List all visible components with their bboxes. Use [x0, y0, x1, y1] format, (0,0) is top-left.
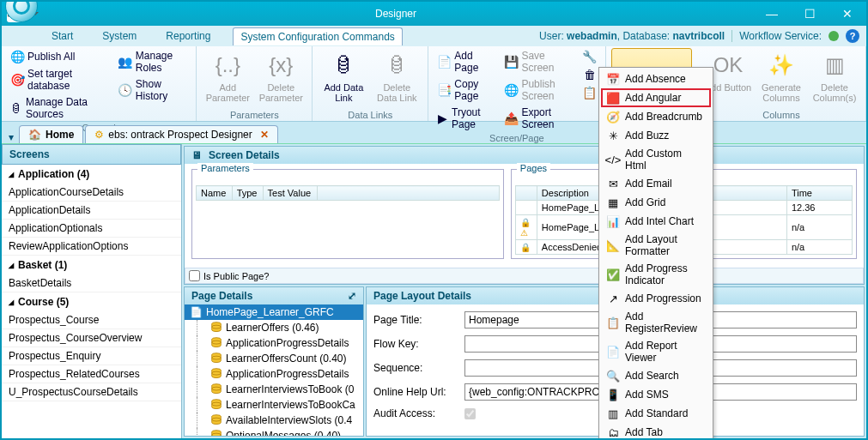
menu-item-add-custom-html[interactable]: </>Add Custom Html — [601, 145, 711, 174]
database-icon — [210, 430, 222, 436]
menu-item-icon: 📅 — [606, 72, 620, 86]
menu-item-add-search[interactable]: 🔍Add Search — [601, 366, 711, 385]
globe-icon: 🌐 — [10, 50, 24, 63]
manage-roles-button[interactable]: 👥Manage Roles — [115, 48, 191, 75]
save-screen-button[interactable]: 💾Save Screen — [501, 48, 577, 75]
parameters-fieldset: Parameters NameTypeTest Value — [191, 169, 504, 259]
tree-item[interactable]: BasketDetails — [2, 274, 181, 292]
tree-item[interactable]: Prospectus_Enquiry — [2, 347, 181, 365]
delete-columns-button[interactable]: ▥Delete Column(s) — [809, 48, 860, 109]
tree-item[interactable]: LearnerInterviewsToBook (0 — [185, 382, 363, 397]
tree-group-application[interactable]: Application (4) — [2, 165, 181, 184]
tree-item[interactable]: U_ProspectusCourseDetails — [2, 383, 181, 401]
tree-group-basket[interactable]: Basket (1) — [2, 256, 181, 274]
datalink-delete-icon: 🛢 — [383, 51, 410, 79]
manage-data-sources-button[interactable]: 🛢Manage Data Sources — [7, 94, 113, 122]
publish-all-button[interactable]: 🌐Publish All — [7, 48, 113, 65]
publish-screen-button[interactable]: 🌐Publish Screen — [501, 76, 577, 104]
tabs-chevron-icon[interactable]: ▾ — [9, 131, 14, 143]
menu-item-icon: 🟥 — [606, 91, 620, 105]
menu-item-add-breadcrumb[interactable]: 🧭Add Breadcrumb — [601, 107, 711, 126]
tree-item[interactable]: ApplicationDetails — [2, 202, 181, 220]
tab-start[interactable]: Start — [45, 27, 80, 45]
close-button[interactable]: ✕ — [829, 2, 866, 26]
menu-item-add-email[interactable]: ✉Add Email — [601, 174, 711, 193]
copy-page-button[interactable]: 📑Copy Page — [434, 76, 499, 104]
ok-button-icon: OK — [714, 51, 742, 79]
page-details-section: Page Details⤢ 📄HomePage_Learner_GRFC Lea… — [184, 286, 364, 437]
page-tryout-icon: ▶ — [437, 112, 448, 125]
is-public-page-row: Is Public Page? — [185, 268, 864, 284]
workspace: Screens Application (4)ApplicationCourse… — [2, 144, 866, 438]
page-details-tree[interactable]: 📄HomePage_Learner_GRFC LearnerOffers (0.… — [185, 304, 363, 436]
menu-item-add-sms[interactable]: 📱Add SMS — [601, 385, 711, 404]
menu-item-add-angular[interactable]: 🟥Add Angular — [601, 88, 711, 107]
screen-tool-3[interactable]: 📋 — [580, 84, 600, 101]
tree-item[interactable]: LearnerOffersCount (0.40) — [185, 351, 363, 366]
menu-item-icon: ▥ — [606, 407, 620, 420]
add-parameter-button[interactable]: {..}Add Parameter — [202, 48, 253, 109]
audit-checkbox[interactable] — [464, 408, 476, 419]
maximize-button[interactable]: ☐ — [791, 2, 829, 26]
tryout-page-button[interactable]: ▶Tryout Page — [434, 105, 499, 132]
tree-item[interactable]: OptionalMessages (0.40) — [185, 428, 363, 436]
tab-system-config-commands[interactable]: System Configuration Commands — [233, 27, 402, 45]
export-icon: 📤 — [504, 112, 518, 125]
expand-icon[interactable]: ⤢ — [348, 290, 356, 302]
generate-columns-button[interactable]: ✨Generate Columns — [756, 48, 807, 109]
tab-home[interactable]: 🏠Home — [19, 125, 83, 143]
tree-item[interactable]: ApplicationOptionals — [2, 220, 181, 238]
tab-prospect-designer[interactable]: ⚙ebs: ontrack Prospect Designer✕ — [85, 125, 277, 143]
tree-item[interactable]: LearnerOffers (0.46) — [185, 320, 363, 335]
tree-item[interactable]: AvailableInterviewSlots (0.4 — [185, 413, 363, 428]
page-icon: 📄 — [190, 306, 203, 318]
help-url-label: Online Help Url: — [373, 386, 459, 398]
tree-group-course[interactable]: Course (5) — [2, 292, 181, 311]
parameters-table[interactable]: NameTypeTest Value — [196, 185, 500, 201]
show-history-button[interactable]: 🕓Show History — [115, 76, 191, 104]
tree-item[interactable]: Prospectus_CourseOverview — [2, 329, 181, 347]
menu-item-add-report-viewer[interactable]: 📄Add Report Viewer — [601, 337, 711, 366]
add-data-link-button[interactable]: 🛢Add Data Link — [318, 48, 369, 109]
minimize-button[interactable]: — — [753, 2, 791, 26]
menu-item-add-registerreview[interactable]: 📋Add RegisterReview — [601, 308, 711, 337]
tree-item[interactable]: ApplicationCourseDetails — [2, 184, 181, 202]
database-icon — [210, 368, 222, 380]
menu-item-add-standard[interactable]: ▥Add Standard — [601, 404, 711, 423]
screen-tool-2[interactable]: 🗑 — [580, 66, 600, 83]
delete-parameter-button[interactable]: {x}Delete Parameter — [255, 48, 307, 109]
is-public-page-checkbox[interactable] — [189, 270, 200, 281]
tree-item[interactable]: Prospectus_RelatedCourses — [2, 365, 181, 383]
menu-item-icon: ✳ — [606, 129, 620, 142]
database-icon — [210, 337, 222, 349]
help-icon[interactable]: ? — [846, 29, 859, 43]
tree-item[interactable]: ApplicationProgressDetails — [185, 335, 363, 351]
page-copy-icon: 📑 — [437, 83, 451, 97]
user-roles-icon: 👥 — [118, 55, 132, 69]
menu-item-add-intel-chart[interactable]: 📊Add Intel Chart — [601, 212, 711, 231]
tree-item[interactable]: ApplicationProgressDetails — [185, 366, 363, 382]
menu-item-add-progression[interactable]: ↗Add Progression — [601, 289, 711, 308]
screen-tool-1[interactable]: 🔧 — [580, 48, 600, 65]
menu-item-add-tab[interactable]: 🗂Add Tab — [601, 423, 711, 440]
delete-data-link-button[interactable]: 🛢Delete Data Link — [371, 48, 422, 109]
set-target-database-button[interactable]: 🎯Set target database — [7, 66, 113, 93]
tree-item[interactable]: LearnerInterviewsToBookCa — [185, 397, 363, 413]
tree-item[interactable]: Prospectus_Course — [2, 311, 181, 329]
menu-item-add-absence[interactable]: 📅Add Absence — [601, 69, 711, 88]
export-screen-button[interactable]: 📤Export Screen — [501, 105, 577, 132]
menu-item-icon: ✅ — [606, 268, 620, 281]
menu-item-add-grid[interactable]: ▦Add Grid — [601, 193, 711, 212]
tab-close-icon[interactable]: ✕ — [260, 129, 269, 141]
tree-item[interactable]: ReviewApplicationOptions — [2, 238, 181, 256]
menu-item-add-buzz[interactable]: ✳Add Buzz — [601, 126, 711, 145]
wand-icon: ✨ — [768, 51, 795, 79]
screens-panel: Screens Application (4)ApplicationCourse… — [2, 144, 182, 438]
menu-item-add-layout-formatter[interactable]: 📐Add Layout Formatter — [601, 231, 711, 260]
add-page-button[interactable]: 📄Add Page — [434, 48, 499, 75]
menu-item-icon: 🗂 — [606, 425, 620, 439]
database-icon — [210, 383, 222, 395]
tab-system[interactable]: System — [95, 27, 143, 45]
menu-item-add-progress-indicator[interactable]: ✅Add Progress Indicator — [601, 260, 711, 289]
tab-reporting[interactable]: Reporting — [159, 27, 217, 45]
